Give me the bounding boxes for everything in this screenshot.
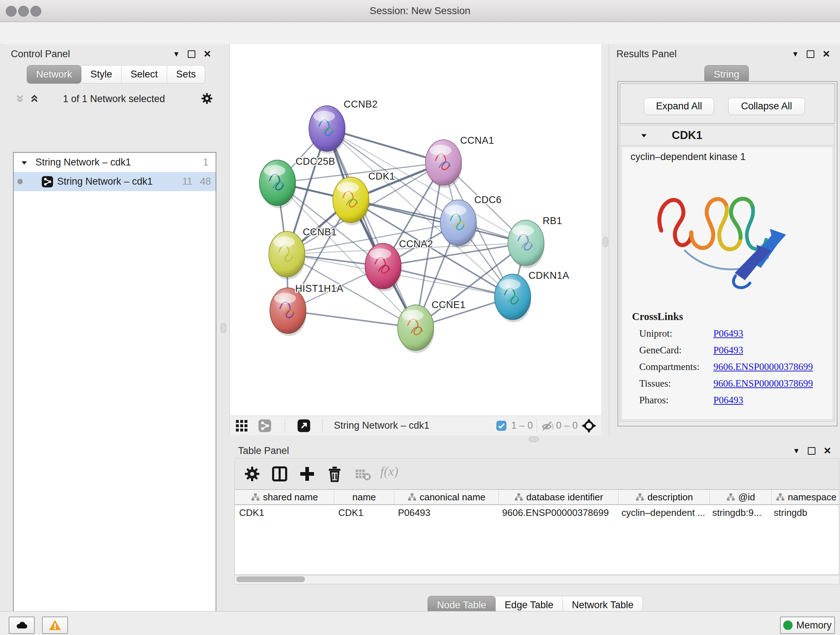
left-splitter[interactable] xyxy=(217,44,229,435)
network-collection-row[interactable]: String Network – cdk1 1 xyxy=(14,153,216,172)
node-label: CCNA1 xyxy=(460,135,494,146)
panel-float-icon[interactable] xyxy=(807,50,814,58)
control-panel-title: Control Panel xyxy=(11,49,70,60)
table-cell: stringdb xyxy=(769,507,838,518)
crosslink-label: Compartments: xyxy=(639,358,714,375)
node-CCNB1[interactable]: CCNB1 xyxy=(269,226,337,279)
panel-close-icon[interactable]: ✕ xyxy=(822,49,830,60)
node-HIST1H1A[interactable]: HIST1H1A xyxy=(270,283,343,336)
panel-menu-icon[interactable]: ▼ xyxy=(793,447,800,455)
tab-select[interactable]: Select xyxy=(122,65,167,84)
expand-collapse-box: Expand All Collapse All xyxy=(620,83,835,124)
column-label: @id xyxy=(738,492,755,503)
column-tree-icon xyxy=(514,492,523,502)
column-header-database-identifier[interactable]: database identifier xyxy=(499,490,619,504)
node-CCNE1[interactable]: CCNE1 xyxy=(398,299,466,353)
footer-network-name: String Network – cdk1 xyxy=(334,420,429,431)
crosslink-value-link[interactable]: P06493 xyxy=(714,342,744,358)
hidden-eye-icon[interactable] xyxy=(541,420,554,432)
open-in-window-icon[interactable] xyxy=(297,419,311,432)
table-row[interactable]: CDK1CDK1P064939606.ENSP00000378699cyclin… xyxy=(235,505,839,520)
node-CDC6[interactable]: CDC6 xyxy=(440,195,502,248)
table-hscrollbar[interactable] xyxy=(234,575,839,584)
collapse-all-button[interactable]: Collapse All xyxy=(728,98,805,115)
section-collapse-icon[interactable] xyxy=(640,132,648,140)
column-header--id[interactable]: @id xyxy=(710,490,772,504)
table-gear-icon[interactable] xyxy=(243,465,261,483)
network-canvas[interactable]: CCNB2CCNA1CDC25BCDK1CDC6RB1CCNB1CCNA2CDK… xyxy=(230,44,602,416)
node-CCNA1[interactable]: CCNA1 xyxy=(425,135,494,188)
gear-icon[interactable] xyxy=(201,92,213,105)
selected-checkbox-icon[interactable] xyxy=(496,420,507,431)
scrollbar-thumb[interactable] xyxy=(236,576,305,582)
right-splitter[interactable] xyxy=(601,44,609,435)
network-grid-icon[interactable] xyxy=(235,419,248,432)
table-body: CDK1CDK1P064939606.ENSP00000378699cyclin… xyxy=(235,505,839,520)
function-builder-icon[interactable]: f(x) xyxy=(380,464,398,479)
window-title: Session: New Session xyxy=(0,0,840,22)
node-gloss xyxy=(273,236,295,247)
memory-label: Memory xyxy=(796,620,832,631)
edge-CCNB2-CCNE1[interactable] xyxy=(327,128,416,328)
memory-button[interactable]: Memory xyxy=(780,616,835,634)
node-gloss xyxy=(445,205,466,216)
select-columns-icon[interactable] xyxy=(271,465,288,483)
network-row[interactable]: String Network – cdk1 11 48 xyxy=(14,172,216,191)
node-gloss xyxy=(402,310,424,321)
node-table: shared namenamecanonical namedatabase id… xyxy=(234,489,839,575)
column-header-shared-name[interactable]: shared name xyxy=(235,490,334,504)
node-CDK1[interactable]: CDK1 xyxy=(333,171,395,225)
crosslinks-list: Uniprot:P06493GeneCard:P06493Compartment… xyxy=(639,325,827,409)
crosslink-value-link[interactable]: 9606.ENSP00000378699 xyxy=(714,358,813,375)
crosslink-value-link[interactable]: P06493 xyxy=(714,325,744,342)
column-tree-icon xyxy=(726,492,736,502)
panel-close-icon[interactable]: ✕ xyxy=(823,445,831,456)
node-CDKN1A[interactable]: CDKN1A xyxy=(494,270,569,322)
node-gloss xyxy=(499,279,521,290)
horizontal-splitter[interactable] xyxy=(217,435,840,442)
network-share-icon[interactable] xyxy=(258,419,272,432)
node-label: CDK1 xyxy=(368,171,395,182)
column-header-name[interactable]: name xyxy=(334,490,394,504)
tab-network[interactable]: Network xyxy=(27,65,81,84)
panel-menu-icon[interactable]: ▼ xyxy=(172,50,180,58)
node-gloss xyxy=(337,182,359,193)
tab-style[interactable]: Style xyxy=(81,65,122,84)
gene-section-header[interactable]: CDK1 xyxy=(620,125,834,146)
string-network-icon xyxy=(41,176,54,188)
splitter-handle[interactable] xyxy=(221,323,226,333)
node-label: CCNE1 xyxy=(431,299,466,310)
network-view[interactable]: CCNB2CCNA1CDC25BCDK1CDC6RB1CCNB1CCNA2CDK… xyxy=(229,44,602,416)
node-CDC25B[interactable]: CDC25B xyxy=(259,156,335,208)
column-label: canonical name xyxy=(420,492,485,503)
splitter-handle[interactable] xyxy=(529,437,539,442)
delete-column-icon[interactable] xyxy=(326,465,343,483)
panel-close-icon[interactable]: ✕ xyxy=(203,49,211,60)
birds-eye-icon[interactable] xyxy=(581,418,597,433)
panel-float-icon[interactable] xyxy=(188,50,195,58)
node-gloss xyxy=(369,249,391,259)
crosslink-value-link[interactable]: P06493 xyxy=(714,392,744,409)
warnings-button[interactable] xyxy=(42,616,68,634)
edge-HIST1H1A-CCNE1[interactable] xyxy=(288,310,416,328)
cloud-button[interactable] xyxy=(9,616,35,634)
column-header-namespace[interactable]: namespace xyxy=(772,490,840,504)
node-label: CCNB2 xyxy=(344,99,378,110)
add-column-icon[interactable] xyxy=(298,465,316,483)
node-label: CDC6 xyxy=(474,195,502,205)
expand-all-button[interactable]: Expand All xyxy=(644,98,714,115)
delete-table-icon[interactable] xyxy=(354,465,371,483)
control-panel-window-buttons: ▼ ✕ xyxy=(172,49,211,60)
panel-float-icon[interactable] xyxy=(808,447,815,455)
column-header-canonical-name[interactable]: canonical name xyxy=(394,490,499,504)
panel-menu-icon[interactable]: ▼ xyxy=(791,50,799,58)
node-RB1[interactable]: RB1 xyxy=(508,215,562,268)
edge-CDK1-RB1[interactable] xyxy=(351,200,526,243)
column-header-description[interactable]: description xyxy=(619,490,710,504)
tree-expand-icon[interactable] xyxy=(20,159,28,167)
node-CCNB2[interactable]: CCNB2 xyxy=(309,99,378,154)
table-cell: P06493 xyxy=(393,507,498,518)
tab-sets[interactable]: Sets xyxy=(167,65,205,84)
splitter-handle[interactable] xyxy=(603,237,608,247)
crosslink-value-link[interactable]: 9606.ENSP00000378699 xyxy=(714,375,813,392)
